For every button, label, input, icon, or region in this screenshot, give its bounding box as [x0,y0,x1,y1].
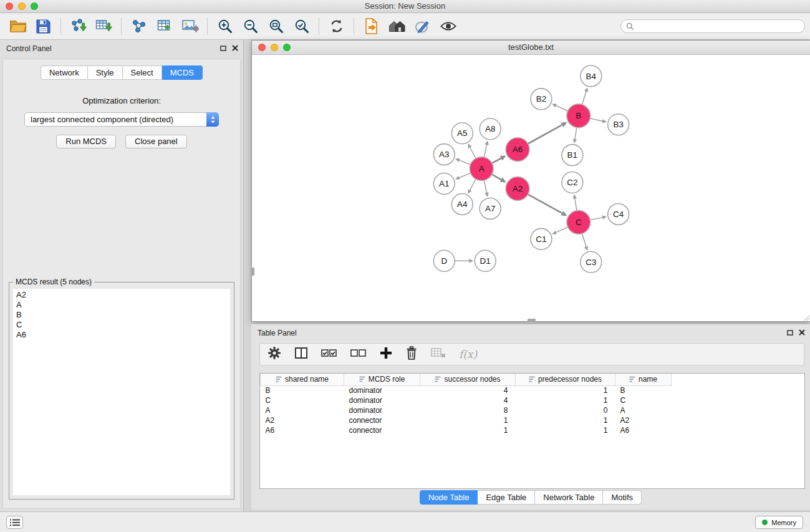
graph-node-A2[interactable]: A2 [506,177,529,201]
graph-edge-B-B4[interactable] [582,92,586,105]
bottom-splitter-handle[interactable] [528,319,536,322]
home-button[interactable] [384,15,410,37]
export-image-button[interactable] [177,15,203,37]
minimize-network-window-button[interactable] [271,44,278,51]
graph-edge-A-A2[interactable] [492,175,501,180]
column-header-name[interactable]: name [615,374,672,385]
graph-node-C2[interactable]: C2 [562,172,583,193]
run-mcds-button[interactable]: Run MCDS [56,135,116,148]
network-canvas[interactable]: B4B2BB3A8A5A6A3B1AC2A1A2A4A7C4CC1C3DD1 [252,55,810,321]
new-network-button[interactable] [126,15,152,37]
graph-node-D1[interactable]: D1 [475,250,496,271]
graph-edge-B-B2[interactable] [556,105,568,111]
graph-node-B[interactable]: B [567,104,591,128]
new-table-button[interactable] [152,15,177,37]
zoom-network-window-button[interactable] [283,44,291,51]
node-table[interactable]: shared nameMCDS rolesuccessor nodesprede… [259,373,805,489]
graph-edge-A-A4[interactable] [470,179,476,190]
zoom-out-button[interactable] [238,15,263,37]
unselect-all-columns-button[interactable] [350,348,367,360]
graph-node-C[interactable]: C [567,210,591,234]
zoom-fit-button[interactable] [263,15,289,37]
table-settings-button[interactable] [268,346,281,362]
result-item[interactable]: A2 [13,290,230,300]
tab-motifs[interactable]: Motifs [603,490,642,505]
column-header-shared-name[interactable]: shared name [261,374,344,385]
float-panel-icon[interactable] [787,330,793,336]
graph-node-C4[interactable]: C4 [608,203,629,225]
column-header-successor-nodes[interactable]: successor nodes [420,374,516,385]
network-graph[interactable]: B4B2BB3A8A5A6A3B1AC2A1A2A4A7C4CC1C3DD1 [252,55,810,321]
graph-edge-A-A8[interactable] [484,145,486,157]
search-input[interactable] [637,22,799,31]
open-session-button[interactable] [5,15,31,37]
result-item[interactable]: A6 [13,330,230,340]
graph-edge-C-C1[interactable] [556,227,568,233]
graph-node-C1[interactable]: C1 [531,228,552,249]
result-item[interactable]: C [13,320,230,330]
graph-edge-B-B1[interactable] [575,127,577,139]
column-header-predecessor-nodes[interactable]: predecessor nodes [516,374,615,385]
table-row[interactable]: A6connector11A6 [261,425,805,435]
graph-node-A4[interactable]: A4 [451,193,473,215]
minimize-window-button[interactable] [18,2,26,10]
graph-node-C3[interactable]: C3 [581,251,602,273]
table-row[interactable]: Adominator80A [261,405,805,415]
zoom-window-button[interactable] [31,2,38,10]
tab-select[interactable]: Select [123,65,162,80]
tab-mcds[interactable]: MCDS [162,65,203,80]
graph-node-B2[interactable]: B2 [531,89,552,110]
graph-node-A8[interactable]: A8 [480,118,501,140]
graph-node-A3[interactable]: A3 [433,144,455,165]
graph-edge-C-C2[interactable] [575,198,577,210]
graph-edge-C-C3[interactable] [582,233,586,246]
float-panel-icon[interactable] [220,46,226,51]
graph-edge-A-A3[interactable] [460,160,471,165]
table-row[interactable]: Cdominator41C [261,395,805,405]
graph-node-D[interactable]: D [433,250,455,271]
search-box[interactable] [620,19,805,33]
import-table-from-file-button[interactable] [91,15,117,37]
result-item[interactable]: A [13,300,230,310]
show-hide-button[interactable] [435,15,461,37]
graph-edge-A-A5[interactable] [470,147,476,158]
delete-table-button[interactable] [431,347,446,361]
result-item[interactable]: B [13,310,230,320]
show-columns-button[interactable] [294,347,308,362]
graph-edge-A6-B[interactable] [528,125,562,143]
graph-node-B3[interactable]: B3 [608,114,629,135]
import-network-from-file-button[interactable] [65,15,91,37]
tab-network[interactable]: Network [41,65,88,80]
left-splitter-handle[interactable] [251,268,254,276]
graph-node-A7[interactable]: A7 [480,198,501,219]
graph-edge-A-A7[interactable] [484,180,486,193]
close-network-window-button[interactable] [258,44,266,51]
graph-edge-A-A1[interactable] [459,173,470,178]
tab-node-table[interactable]: Node Table [420,490,478,505]
create-column-button[interactable] [380,347,392,362]
select-all-columns-button[interactable] [321,348,337,360]
graph-edge-B-B3[interactable] [590,118,602,121]
delete-column-button[interactable] [405,346,418,362]
close-panel-icon[interactable] [232,45,238,51]
tab-style[interactable]: Style [88,65,123,80]
table-row[interactable]: Bdominator41B [261,385,805,395]
graph-node-A5[interactable]: A5 [451,123,473,144]
column-header-mcds-role[interactable]: MCDS role [344,374,420,385]
memory-button[interactable]: Memory [755,516,803,529]
graph-edge-A-A6[interactable] [492,158,501,163]
graph-node-A6[interactable]: A6 [506,138,529,162]
resize-grip-icon[interactable] [803,314,809,321]
graph-node-B1[interactable]: B1 [562,145,583,166]
open-document-button[interactable] [359,15,384,37]
close-panel-icon[interactable] [799,329,805,336]
style-brush-button[interactable] [410,15,435,37]
zoom-selected-button[interactable] [289,15,314,37]
optimization-criterion-select[interactable]: largest connected component (directed) [24,112,219,127]
network-window-titlebar[interactable]: testGlobe.txt [252,41,810,55]
refresh-button[interactable] [324,15,349,37]
close-panel-button[interactable]: Close panel [125,135,187,148]
tab-edge-table[interactable]: Edge Table [478,490,535,505]
task-history-button[interactable] [6,516,23,529]
save-session-button[interactable] [31,15,56,37]
